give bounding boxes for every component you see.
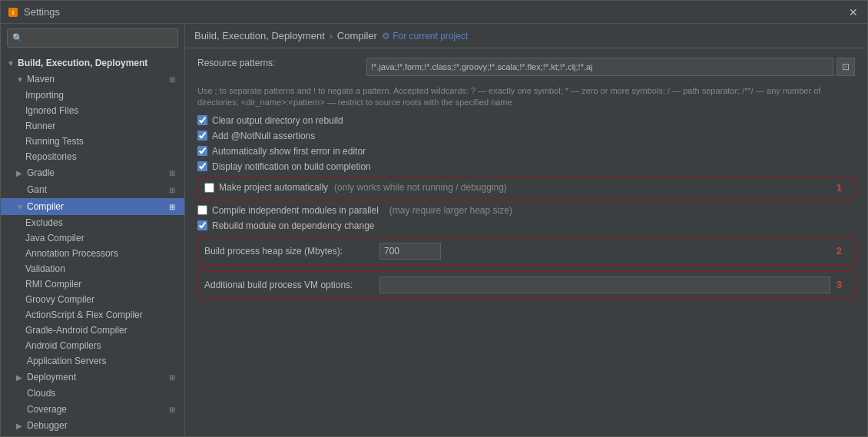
sidebar-item-maven[interactable]: ▼ Maven ⊞: [1, 71, 184, 88]
svg-text:I: I: [12, 9, 14, 16]
gradle-icon: ⊞: [166, 167, 178, 179]
sidebar-item-label: Android Compilers: [25, 340, 101, 351]
show-first-error-label: Automatically show first error in editor: [212, 146, 366, 157]
sidebar-item-gradle[interactable]: ▶ Gradle ⊞: [1, 164, 184, 181]
checkbox-compile-parallel: Compile independent modules in parallel …: [197, 205, 855, 216]
sidebar-item-running-tests[interactable]: Running Tests: [1, 134, 184, 149]
build-heap-row: Build process heap size (Mbytes): 2: [204, 243, 848, 260]
vm-options-input[interactable]: [379, 276, 830, 293]
sidebar-item-excludes[interactable]: Excludes: [1, 215, 184, 230]
sidebar-item-label: Annotation Processors: [25, 248, 118, 259]
checkbox-show-first-error: Automatically show first error in editor: [197, 146, 855, 157]
search-box[interactable]: 🔍: [7, 28, 178, 48]
vm-options-section: Additional build process VM options: 3: [197, 271, 855, 299]
notnull-checkbox[interactable]: [197, 131, 207, 141]
sidebar-item-annotation-processors[interactable]: Annotation Processors: [1, 246, 184, 261]
resource-input-row: ⊡: [366, 58, 855, 76]
expand-arrow: ▼: [7, 59, 16, 68]
sidebar-item-coverage[interactable]: Coverage ⊞: [1, 401, 184, 418]
breadcrumb-page: Compiler: [337, 30, 377, 41]
panel-content: Resource patterns: ⊡ Use ; to separate p…: [185, 48, 867, 436]
clear-output-checkbox[interactable]: [197, 115, 207, 125]
make-project-checkbox[interactable]: [204, 183, 214, 193]
make-project-info: (only works while not running / debuggin…: [334, 182, 507, 193]
sidebar-item-gant[interactable]: Gant ⊞: [1, 181, 184, 198]
compiler-icon: ⊞: [166, 200, 178, 213]
resource-patterns-hint: Use ; to separate patterns and ! to nega…: [197, 85, 855, 109]
app-icon: I: [7, 6, 19, 18]
sidebar-item-runner[interactable]: Runner: [1, 118, 184, 134]
browse-button[interactable]: ⊡: [837, 58, 855, 76]
checkbox-clear-output: Clear output directory on rebuild: [197, 115, 855, 126]
resource-patterns-field: ⊡: [366, 58, 855, 79]
compile-parallel-label: Compile independent modules in parallel: [212, 205, 379, 216]
expand-arrow: [16, 406, 25, 414]
title-bar: I Settings ✕: [1, 1, 867, 24]
sidebar-item-label: Ignored Files: [25, 105, 78, 116]
display-notification-checkbox[interactable]: [197, 161, 207, 171]
expand-arrow: ▶: [16, 422, 25, 430]
gant-icon: ⊞: [166, 184, 178, 196]
resource-patterns-input[interactable]: [366, 58, 833, 76]
sidebar-item-label: RMI Compiler: [25, 279, 81, 290]
vm-options-row: Additional build process VM options: 3: [204, 276, 848, 293]
sidebar-item-validation[interactable]: Validation: [1, 261, 184, 276]
sidebar-item-label: Running Tests: [25, 136, 84, 147]
resource-patterns-row: Resource patterns: ⊡: [197, 58, 855, 79]
sidebar-item-ignored-files[interactable]: Ignored Files: [1, 103, 184, 118]
sidebar-item-rmi-compiler[interactable]: RMI Compiler: [1, 276, 184, 292]
badge-3: 3: [837, 279, 848, 290]
checkbox-rebuild-module: Rebuild module on dependency change: [197, 220, 855, 231]
badge-1: 1: [837, 182, 848, 194]
sidebar-item-actionscript-flex[interactable]: ActionScript & Flex Compiler: [1, 307, 184, 323]
sidebar-item-java-compiler[interactable]: Java Compiler: [1, 230, 184, 246]
show-first-error-checkbox[interactable]: [197, 146, 207, 156]
expand-arrow: ▶: [16, 373, 25, 382]
browse-icon: ⊡: [842, 61, 850, 72]
sidebar-item-label: Application Servers: [27, 356, 106, 366]
sidebar-item-label: Gant: [27, 184, 47, 195]
main-content: 🔍 ▼ Build, Execution, Deployment ▼ Maven…: [1, 24, 867, 436]
sidebar-item-label: Groovy Compiler: [25, 294, 94, 305]
build-heap-input[interactable]: [379, 243, 441, 260]
vm-options-label: Additional build process VM options:: [204, 280, 373, 290]
sidebar-item-deployment[interactable]: ▶ Deployment ⊞: [1, 369, 184, 386]
make-project-section: Make project automatically (only works w…: [197, 177, 855, 199]
search-input[interactable]: [26, 33, 173, 44]
sidebar-item-label: Gradle: [27, 167, 55, 178]
sidebar-item-label: Build, Execution, Deployment: [18, 58, 147, 68]
sidebar-item-label: Compiler: [27, 201, 64, 212]
sidebar-item-label: Maven: [27, 74, 55, 84]
expand-arrow: ▼: [16, 75, 25, 84]
sidebar-item-label: Coverage: [27, 404, 67, 415]
compile-parallel-checkbox[interactable]: [197, 205, 207, 215]
expand-arrow: [16, 357, 25, 366]
sidebar-item-gradle-android[interactable]: Gradle-Android Compiler: [1, 323, 184, 338]
settings-window: I Settings ✕ 🔍 ▼ Build, Execution, Deplo…: [0, 0, 868, 437]
sidebar-item-compiler[interactable]: ▼ Compiler ⊞: [1, 198, 184, 215]
sidebar-item-clouds[interactable]: Clouds: [1, 386, 184, 401]
sidebar-item-android-compilers[interactable]: Android Compilers: [1, 338, 184, 353]
make-project-label: Make project automatically: [219, 182, 328, 193]
rebuild-module-checkbox[interactable]: [197, 220, 207, 230]
sidebar-item-debugger[interactable]: ▶ Debugger: [1, 418, 184, 433]
sidebar-item-repositories[interactable]: Repositories: [1, 149, 184, 164]
sidebar-item-groovy-compiler[interactable]: Groovy Compiler: [1, 292, 184, 307]
checkbox-display-notification: Display notification on build completion: [197, 161, 855, 172]
for-current-project-link[interactable]: ⚙ For current project: [382, 31, 468, 41]
sidebar-item-label: ActionScript & Flex Compiler: [25, 310, 143, 320]
sidebar-item-build-execution-deployment[interactable]: ▼ Build, Execution, Deployment: [1, 55, 184, 71]
compile-parallel-info: (may require larger heap size): [389, 205, 512, 216]
sidebar-item-importing[interactable]: Importing: [1, 88, 184, 103]
main-panel: Build, Execution, Deployment › Compiler …: [185, 24, 867, 436]
badge-2: 2: [837, 245, 848, 257]
coverage-icon: ⊞: [166, 403, 178, 415]
sidebar-item-label: Java Compiler: [25, 233, 84, 243]
sidebar-item-application-servers[interactable]: Application Servers: [1, 353, 184, 369]
sidebar-item-label: Runner: [25, 121, 55, 131]
sidebar-item-label: Excludes: [25, 217, 63, 228]
breadcrumb-root: Build, Execution, Deployment: [194, 30, 325, 41]
rebuild-module-label: Rebuild module on dependency change: [212, 220, 375, 231]
close-button[interactable]: ✕: [846, 5, 861, 20]
build-heap-label: Build process heap size (Mbytes):: [204, 246, 373, 257]
